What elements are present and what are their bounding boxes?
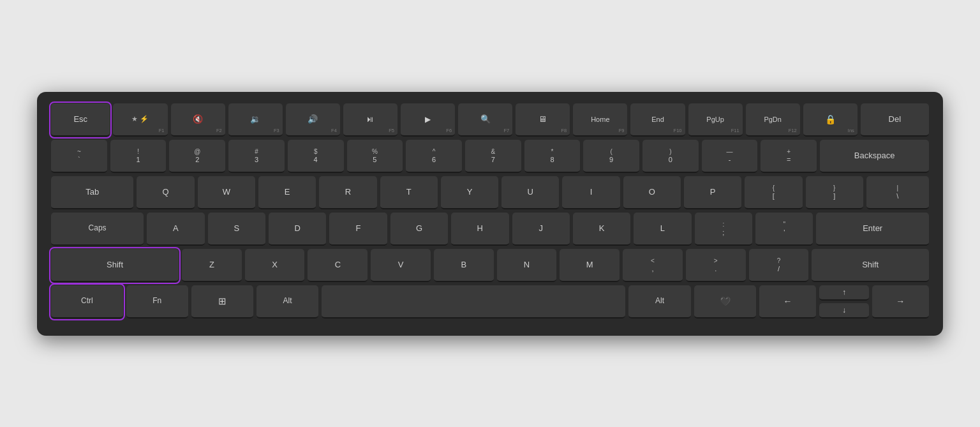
key-1[interactable]: ! 1 bbox=[110, 140, 167, 173]
key-arrow-down[interactable]: ↓ bbox=[819, 303, 868, 318]
key-r[interactable]: R bbox=[319, 176, 376, 209]
key-o[interactable]: O bbox=[623, 176, 681, 209]
key-f1[interactable]: ★ ⚡ F1 bbox=[113, 103, 167, 137]
key-z[interactable]: Z bbox=[182, 249, 242, 282]
key-f8[interactable]: 🖥 F8 bbox=[516, 103, 570, 137]
key-e[interactable]: E bbox=[258, 176, 316, 209]
key-3[interactable]: # 3 bbox=[228, 140, 285, 173]
key-backspace[interactable]: Backspace bbox=[820, 140, 929, 173]
key-f5[interactable]: ⏯ F5 bbox=[343, 103, 397, 137]
key-s[interactable]: S bbox=[208, 213, 265, 246]
key-alt-right[interactable]: Alt bbox=[628, 285, 690, 318]
key-enter[interactable]: Enter bbox=[816, 213, 929, 246]
key-c[interactable]: C bbox=[308, 249, 368, 282]
key-pipe[interactable]: | \ bbox=[866, 176, 929, 209]
key-8[interactable]: * 8 bbox=[524, 140, 581, 173]
keyboard: Esc ★ ⚡ F1 🔇 F2 🔉 F3 🔊 F4 ⏯ F5 ▶ F6 🔍 F7 bbox=[37, 92, 943, 336]
key-arrow-up[interactable]: ↑ bbox=[819, 285, 868, 301]
key-0[interactable]: ) 0 bbox=[642, 140, 699, 173]
key-t[interactable]: T bbox=[380, 176, 438, 209]
key-w[interactable]: W bbox=[198, 176, 255, 209]
key-f9[interactable]: Home F9 bbox=[573, 103, 627, 137]
key-esc[interactable]: Esc bbox=[51, 103, 110, 137]
fn-row: Esc ★ ⚡ F1 🔇 F2 🔉 F3 🔊 F4 ⏯ F5 ▶ F6 🔍 F7 bbox=[51, 103, 929, 137]
key-d[interactable]: D bbox=[269, 213, 326, 246]
key-h[interactable]: H bbox=[451, 213, 509, 246]
key-minus[interactable]: — - bbox=[702, 140, 758, 173]
key-n[interactable]: N bbox=[497, 249, 557, 282]
key-lock[interactable]: 🔒 Ins bbox=[803, 103, 858, 137]
key-ctrl-left[interactable]: Ctrl bbox=[51, 285, 123, 318]
key-space[interactable] bbox=[322, 285, 625, 318]
key-f4[interactable]: 🔊 F4 bbox=[286, 103, 340, 137]
key-lbracket[interactable]: { [ bbox=[745, 176, 802, 209]
arrow-up-down-cluster: ↑ ↓ bbox=[819, 285, 868, 318]
key-5[interactable]: % 5 bbox=[347, 140, 403, 173]
key-u[interactable]: U bbox=[501, 176, 559, 209]
bottom-row: Ctrl Fn ⊞ Alt Alt 🖤 ← ↑ ↓ bbox=[51, 285, 929, 318]
key-4[interactable]: $ 4 bbox=[288, 140, 344, 173]
key-arrow-left[interactable]: ← bbox=[759, 285, 816, 318]
key-x[interactable]: X bbox=[245, 249, 305, 282]
key-j[interactable]: J bbox=[512, 213, 570, 246]
key-f7[interactable]: 🔍 F7 bbox=[458, 103, 512, 137]
key-rbracket[interactable]: } ] bbox=[806, 176, 863, 209]
key-tilde[interactable]: ~ ` bbox=[51, 140, 107, 173]
key-7[interactable]: & 7 bbox=[465, 140, 521, 173]
key-win[interactable]: ⊞ bbox=[191, 285, 253, 318]
key-period[interactable]: > . bbox=[686, 249, 746, 282]
key-shift-left[interactable]: Shift bbox=[51, 249, 179, 282]
key-quote[interactable]: " ' bbox=[755, 213, 813, 246]
key-shift-right[interactable]: Shift bbox=[812, 249, 929, 282]
key-caps[interactable]: Caps bbox=[51, 213, 144, 246]
key-del[interactable]: Del bbox=[861, 103, 929, 137]
qwerty-row: Tab Q W E R T Y U I O P { [ } ] | \ bbox=[51, 176, 929, 209]
key-y[interactable]: Y bbox=[441, 176, 498, 209]
key-f10[interactable]: End F10 bbox=[630, 103, 685, 137]
key-slash[interactable]: ? / bbox=[749, 249, 809, 282]
key-f11[interactable]: PgUp F11 bbox=[688, 103, 743, 137]
key-equals[interactable]: + = bbox=[761, 140, 817, 173]
shift-row: Shift Z X C V B N M < , > . ? / Shif bbox=[51, 249, 929, 282]
key-2[interactable]: @ 2 bbox=[169, 140, 225, 173]
key-g[interactable]: G bbox=[390, 213, 448, 246]
key-arrow-right[interactable]: → bbox=[872, 285, 929, 318]
key-i[interactable]: I bbox=[562, 176, 620, 209]
key-menu[interactable]: 🖤 bbox=[694, 285, 756, 318]
key-comma[interactable]: < , bbox=[623, 249, 683, 282]
key-p[interactable]: P bbox=[684, 176, 741, 209]
key-l[interactable]: L bbox=[634, 213, 691, 246]
key-f6[interactable]: ▶ F6 bbox=[401, 103, 455, 137]
key-k[interactable]: K bbox=[573, 213, 630, 246]
key-v[interactable]: V bbox=[371, 249, 431, 282]
home-row: Caps A S D F G H J K L : ; " ' Enter bbox=[51, 213, 929, 246]
key-f2[interactable]: 🔇 F2 bbox=[171, 103, 225, 137]
key-alt-left[interactable]: Alt bbox=[256, 285, 318, 318]
key-9[interactable]: ( 9 bbox=[583, 140, 639, 173]
key-m[interactable]: M bbox=[560, 249, 620, 282]
key-a[interactable]: A bbox=[147, 213, 204, 246]
key-fn[interactable]: Fn bbox=[126, 285, 188, 318]
key-f3[interactable]: 🔉 F3 bbox=[228, 103, 283, 137]
key-semicolon[interactable]: : ; bbox=[695, 213, 752, 246]
key-f12[interactable]: PgDn F12 bbox=[746, 103, 800, 137]
number-row: ~ ` ! 1 @ 2 # 3 $ 4 bbox=[51, 140, 929, 173]
key-f[interactable]: F bbox=[329, 213, 387, 246]
key-q[interactable]: Q bbox=[137, 176, 194, 209]
key-6[interactable]: ^ 6 bbox=[406, 140, 462, 173]
key-tab[interactable]: Tab bbox=[51, 176, 133, 209]
key-b[interactable]: B bbox=[434, 249, 494, 282]
